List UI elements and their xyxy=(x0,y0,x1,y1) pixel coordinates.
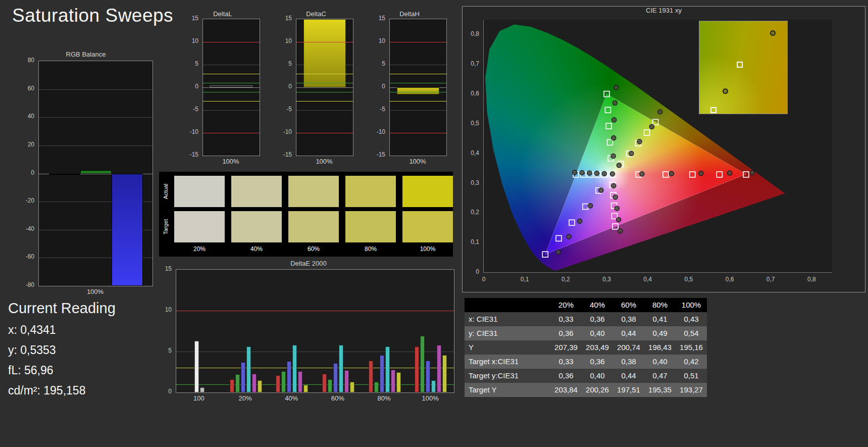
y-tick-label: -10 xyxy=(371,128,385,135)
current-reading: Current Reading x: 0,4341 y: 0,5353 fL: … xyxy=(8,300,155,398)
table-cell: 0,33 xyxy=(550,355,582,369)
deltae-bar xyxy=(276,375,280,392)
y-tick-label: 0 xyxy=(161,388,172,395)
ref-line xyxy=(390,101,446,102)
table-cell: 0,40 xyxy=(582,369,613,383)
cie-x-tick-label: 0,3 xyxy=(600,276,614,283)
inset-square-marker xyxy=(737,62,743,68)
table-cell: 198,43 xyxy=(644,340,676,355)
cie-x-tick-label: 0,7 xyxy=(763,276,778,283)
cie-measured-point xyxy=(613,195,618,200)
cie-x-tick-label: 0,8 xyxy=(804,276,819,283)
rgb-bar-red xyxy=(49,174,80,175)
reading-y-label: y: xyxy=(8,343,17,357)
cie-measured-point xyxy=(637,139,642,144)
swatch-target xyxy=(174,211,225,242)
y-tick-label: 0 xyxy=(15,169,34,176)
deltae-bar xyxy=(391,370,395,392)
table-cell: 195,35 xyxy=(644,383,676,397)
deltae-bar xyxy=(230,379,234,392)
current-reading-cdm2: cd/m²: 195,158 xyxy=(8,384,155,398)
deltae-bar xyxy=(431,380,436,392)
ref-line xyxy=(203,42,260,42)
swatch-percent-label: 40% xyxy=(231,245,282,253)
cie-measured-point xyxy=(728,171,732,175)
reading-fl-label: fL: xyxy=(8,364,21,377)
swatch-actual xyxy=(402,176,453,207)
y-tick-label: 20 xyxy=(15,141,34,148)
table-header-cell: 60% xyxy=(613,298,644,312)
table-cell: 0,40 xyxy=(582,326,613,340)
delta-h-plot xyxy=(389,19,447,156)
delta-c-bar xyxy=(303,19,346,87)
y-tick-label: -10 xyxy=(184,128,198,135)
cie-measured-point xyxy=(649,124,654,129)
cie-target-point xyxy=(606,123,611,129)
grid-line xyxy=(390,110,446,111)
cie-target-point xyxy=(556,235,561,241)
y-tick-label: -60 xyxy=(15,253,34,260)
y-tick-label: -15 xyxy=(278,151,292,158)
deltae-bar xyxy=(333,363,338,392)
cie-x-axis-line xyxy=(483,272,832,273)
cie-target-point xyxy=(583,204,588,210)
table-cell: 200,74 xyxy=(613,340,644,355)
inset-circle-marker xyxy=(723,88,728,94)
deltae-bar xyxy=(328,379,332,392)
ref-line xyxy=(296,133,353,133)
cie-measured-point xyxy=(614,85,619,90)
deltae-bar xyxy=(415,346,419,392)
rgb-bar-blue xyxy=(112,174,143,286)
cie-measured-point xyxy=(612,118,617,122)
table-cell: 0,33 xyxy=(550,312,582,326)
ref-line xyxy=(203,101,260,102)
table-row-label: Target y:CIE31 xyxy=(465,369,550,383)
table-row-label: Target x:CIE31 xyxy=(465,355,550,369)
cie-1931-chart: CIE 1931 xy 00,10,20,30,40,50,60,70,800,… xyxy=(462,6,865,292)
swatch-actual xyxy=(231,176,282,207)
ref-line xyxy=(203,74,260,74)
ref-line xyxy=(203,92,260,92)
table-cell: 0,42 xyxy=(676,355,707,369)
cie-x-tick-label: 0,4 xyxy=(641,276,655,283)
reading-cdm2-value: 195,158 xyxy=(43,384,85,397)
current-reading-y: y: 0,5353 xyxy=(8,343,155,357)
table-cell: 200,26 xyxy=(582,383,613,397)
cie-y-tick-label: 0,4 xyxy=(463,150,479,157)
rgb-balance-plot xyxy=(38,61,153,286)
cie-measured-point xyxy=(699,171,703,176)
deltae-bar xyxy=(426,361,430,392)
grid-line xyxy=(203,65,260,65)
cie-target-point xyxy=(690,172,695,177)
reading-y-value: 0,5353 xyxy=(20,343,56,357)
table-cell: 0,36 xyxy=(550,369,582,383)
deltae-bar xyxy=(298,371,302,392)
cie-measured-point xyxy=(599,188,603,192)
table-cell: 0,43 xyxy=(676,312,707,326)
cie-measured-point xyxy=(750,170,754,175)
cie-measured-point xyxy=(602,171,606,176)
cie-measured-point xyxy=(580,170,584,175)
table-cell: 0,44 xyxy=(613,369,644,383)
cie-target-point xyxy=(663,172,669,177)
cie-x-tick-label: 0 xyxy=(477,276,491,283)
deltae-bar xyxy=(420,336,425,392)
current-reading-fl: fL: 56,96 xyxy=(8,364,155,377)
cie-measured-point xyxy=(611,183,616,188)
cie-y-tick-label: 0,2 xyxy=(463,209,479,216)
table-row-label: x: CIE31 xyxy=(465,312,550,326)
cie-y-tick-label: 0,7 xyxy=(463,60,479,67)
ref-line xyxy=(203,133,260,133)
ref-line xyxy=(390,133,446,133)
y-tick-label: 0 xyxy=(278,83,292,90)
ref-line xyxy=(296,83,353,83)
reading-fl-value: 56,96 xyxy=(24,364,54,377)
delta-l-plot xyxy=(202,19,260,156)
cie-measured-point xyxy=(615,206,619,211)
cie-measured-point xyxy=(611,154,616,158)
cie-measured-point xyxy=(573,170,577,175)
table-cell: 203,49 xyxy=(582,340,613,355)
deltae-bar xyxy=(258,380,262,392)
y-tick-label: 15 xyxy=(161,265,172,272)
rgb-bar-green xyxy=(80,170,112,174)
